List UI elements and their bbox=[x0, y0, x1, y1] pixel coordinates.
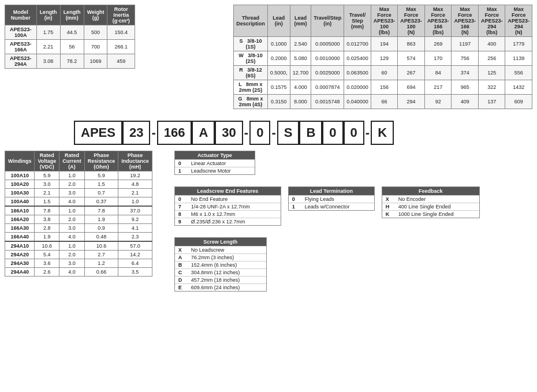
windings-table-row: 100A40 1.5 4.0 0.37 1.0 bbox=[5, 197, 152, 207]
model-col-header: ModelNumber bbox=[5, 5, 37, 25]
lef-label: 1/4-28 UNF-2A x 12.7mm bbox=[191, 204, 250, 210]
part-number-separator: - bbox=[364, 125, 371, 140]
travel-step-in-header: Travel/Step(in) bbox=[311, 5, 344, 37]
actuator-label: Linear Actuator bbox=[191, 160, 226, 166]
thread-table-row: S 3/8-10 (1S) 0.1000 2.540 0.0005000 0.0… bbox=[234, 37, 532, 51]
winding-current: 1.0 bbox=[59, 206, 85, 215]
thread-travel-step-mm: 0.012700 bbox=[344, 37, 371, 51]
thread-lead-in: 0.3150 bbox=[267, 95, 290, 109]
windings-table-row: 100A30 2.1 3.0 0.7 2.1 bbox=[5, 189, 152, 197]
max-force-294-n-header: Max ForceAPES23-294(N) bbox=[505, 5, 532, 37]
thread-f294-lbs: 137 bbox=[478, 95, 505, 109]
lef-row: 71/4-28 UNF-2A x 12.7mm bbox=[175, 203, 281, 210]
winding-inductance: 14.2 bbox=[118, 251, 152, 259]
screw-label: 609.6mm (24 inches) bbox=[191, 285, 240, 290]
winding-id: 294A20 bbox=[5, 251, 35, 259]
winding-current: 3.0 bbox=[59, 259, 85, 268]
inductance-col-header: PhaseInductance(mH) bbox=[118, 151, 152, 171]
thread-f100-lbs: 194 bbox=[371, 37, 398, 51]
lead-in-header: Lead(in) bbox=[267, 5, 290, 37]
winding-voltage: 10.6 bbox=[35, 241, 59, 251]
winding-inductance: 19.2 bbox=[118, 171, 152, 180]
part-number-separator: - bbox=[270, 125, 277, 140]
length-mm-col-header: Length(mm) bbox=[60, 5, 84, 25]
winding-current: 2.0 bbox=[59, 215, 85, 224]
length-in-col-header: Length(in) bbox=[36, 5, 60, 25]
thread-f166-n: 756 bbox=[452, 51, 479, 66]
screw-code: C bbox=[178, 270, 188, 275]
max-force-166-n-header: Max ForceAPES23-166(N) bbox=[452, 5, 479, 37]
winding-id: 100A40 bbox=[5, 197, 35, 207]
windings-table-row: 294A30 3.6 3.0 1.2 6.4 bbox=[5, 259, 152, 268]
fb-label: 1000 Line Single Ended bbox=[398, 211, 454, 217]
thread-table-row: R 3/8-12 (6S) 0.5000, 12.700 0.0025000 0… bbox=[234, 66, 532, 80]
thread-f100-n: 267 bbox=[398, 66, 425, 80]
windings-table-row: 166A10 7.8 1.0 7.8 37.0 bbox=[5, 206, 152, 215]
max-force-294-lbs-header: Max ForceAPES23-294(lbs) bbox=[478, 5, 505, 37]
thread-f100-lbs: 60 bbox=[371, 66, 398, 80]
lef-label: Ø.235/Ø.236 x 12.7mm bbox=[191, 219, 245, 225]
lt-header: Lead Termination bbox=[289, 187, 374, 195]
thread-travel-step-mm: 0.063500 bbox=[344, 66, 371, 80]
thread-row-label: G 8mm x 2mm (4S) bbox=[234, 95, 268, 109]
winding-id: 166A20 bbox=[5, 215, 35, 224]
actuator-code: 1 bbox=[178, 168, 188, 174]
travel-step-mm-header: Travel/Step(mm) bbox=[344, 5, 371, 37]
lt-row: 0Flying Leads bbox=[289, 195, 374, 203]
model-inertia: 266.1 bbox=[107, 40, 135, 54]
model-table-row: APES23-100A 1.75 44.5 500 150.4 bbox=[5, 25, 135, 40]
thread-f166-lbs: 84 bbox=[424, 66, 452, 80]
thread-f294-n: 556 bbox=[505, 66, 532, 80]
winding-inductance: 2.3 bbox=[118, 233, 152, 242]
fb-row: XNo Encoder bbox=[382, 195, 479, 203]
windings-table-row: 294A40 2.6 4.0 0.66 3.5 bbox=[5, 268, 152, 277]
max-force-100-n-header: Max ForceAPES23-100(N) bbox=[398, 5, 425, 37]
bottom-info-layout: Windings RatedVoltage(VDC) RatedCurrent(… bbox=[5, 151, 532, 292]
winding-inductance: 4.1 bbox=[118, 224, 152, 233]
screw-label: 76.2mm (3 inches) bbox=[191, 255, 234, 260]
lef-code: 0 bbox=[178, 196, 188, 202]
winding-inductance: 37.0 bbox=[118, 206, 152, 215]
weight-col-header: Weight(g) bbox=[84, 5, 107, 25]
thread-lead-in: 0.1000 bbox=[267, 37, 290, 51]
part-number-segment: 0 bbox=[249, 121, 270, 145]
lef-code: 8 bbox=[178, 211, 188, 217]
fb-label: No Encoder bbox=[398, 196, 426, 202]
thread-row-label: W 3/8-10 (2S) bbox=[234, 51, 268, 66]
part-number-segment: 0 bbox=[344, 121, 364, 145]
winding-voltage: 5.9 bbox=[35, 171, 59, 180]
model-inertia: 150.4 bbox=[107, 25, 135, 40]
model-weight: 1069 bbox=[84, 54, 107, 69]
screw-label: 304.8mm (12 inches) bbox=[191, 270, 240, 275]
thread-travel-step-in: 0.0010000 bbox=[311, 51, 344, 66]
model-table: ModelNumber Length(in) Length(mm) Weight… bbox=[5, 5, 135, 69]
windings-col-header: Windings bbox=[5, 151, 35, 171]
thread-f166-lbs: 269 bbox=[424, 37, 452, 51]
model-weight: 500 bbox=[84, 25, 107, 40]
fb-code: H bbox=[386, 204, 395, 210]
screw-length-row: B152.4mm (6 inches) bbox=[175, 261, 266, 268]
winding-current: 1.0 bbox=[59, 171, 85, 180]
thread-lead-in: 0.2000 bbox=[267, 51, 290, 66]
winding-resistance: 1.2 bbox=[84, 259, 118, 268]
screw-length-row: XNo Leadscrew bbox=[175, 246, 266, 253]
thread-f294-n: 1139 bbox=[505, 51, 532, 66]
windings-table-row: 166A30 2.8 3.0 0.9 4.1 bbox=[5, 224, 152, 233]
lef-row: 8M6 x 1.0 x 12.7mm bbox=[175, 210, 281, 218]
thread-f166-lbs: 92 bbox=[424, 95, 452, 109]
screw-code: E bbox=[178, 285, 188, 290]
actuator-type-row: 0Linear Actuator bbox=[175, 159, 255, 167]
winding-resistance: 1.5 bbox=[84, 180, 118, 189]
middle-boxes-row: Leadscrew End Features 0No End Feature71… bbox=[174, 186, 480, 226]
winding-current: 2.0 bbox=[59, 251, 85, 259]
fb-label: 400 Line Single Ended bbox=[398, 204, 451, 210]
lead-mm-header: Lead(mm) bbox=[290, 5, 311, 37]
windings-table-row: 294A20 5.4 2.0 2.7 14.2 bbox=[5, 251, 152, 259]
part-number-segment: S bbox=[277, 121, 300, 145]
winding-resistance: 10.6 bbox=[84, 241, 118, 251]
lt-code: 0 bbox=[292, 196, 301, 202]
thread-lead-mm: 2.540 bbox=[290, 37, 311, 51]
screw-code: X bbox=[178, 247, 188, 253]
actuator-label: Leadscrew Motor bbox=[191, 168, 231, 174]
winding-voltage: 1.5 bbox=[35, 197, 59, 207]
